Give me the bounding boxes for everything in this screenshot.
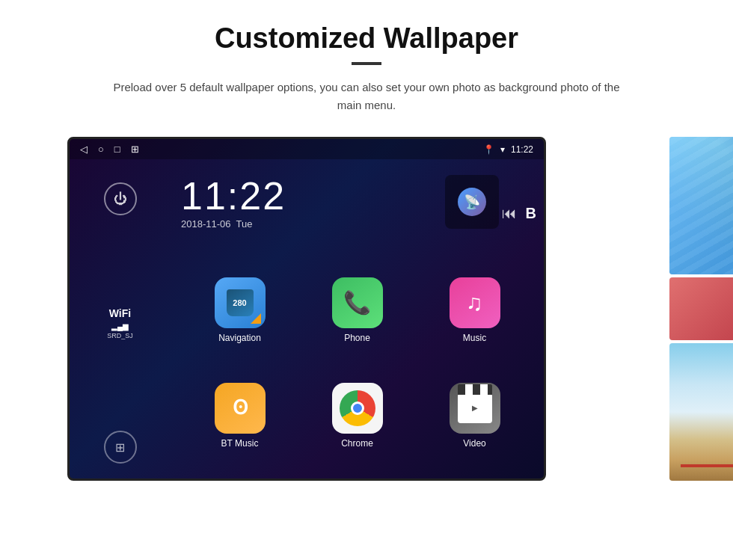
music-app-icon: ♫ [450,277,500,328]
app-item-video[interactable]: ▶ Video [416,363,533,468]
chrome-center [351,401,364,415]
clapperboard-icon: ▶ [458,393,492,423]
main-content: 11:22 2018-11-06 Tue 📡 ⏮ B [171,167,544,479]
android-screen: ◁ ○ □ ⊞ 📍 ▾ 11:22 ⏻ WiFi ▂▄▆ SRD_SJ ⊞ [67,137,546,481]
phone-app-icon: 📞 [332,277,383,328]
power-button[interactable]: ⏻ [104,182,137,215]
status-bar: ◁ ○ □ ⊞ 📍 ▾ 11:22 [70,139,544,159]
cast-icon-box: 📡 [445,175,499,229]
bluetooth-icon: ʘ [233,396,248,419]
bridge-detail [669,399,733,481]
all-apps-button[interactable]: ⊞ [104,431,137,464]
apps-grid: 280 Navigation 📞 Phone ♫ [171,250,544,479]
clapper-play-icon: ▶ [472,404,478,412]
app-item-chrome[interactable]: Chrome [298,363,416,468]
app-label-navigation: Navigation [218,333,261,343]
clapper-stripe-2 [480,384,488,395]
chrome-app-icon [332,383,383,434]
music-note-icon: ♫ [466,290,483,316]
app-label-video: Video [463,438,485,449]
nav-icons: ◁ ○ □ ⊞ [80,144,139,155]
wifi-signal-icon: ▾ [500,144,505,155]
wallpaper-preview-cassette[interactable] [669,277,733,340]
page-subtitle: Preload over 5 default wallpaper options… [105,79,628,114]
app-item-navigation[interactable]: 280 Navigation [181,257,298,363]
wifi-label: WiFi [107,307,133,319]
app-label-chrome: Chrome [341,438,373,449]
chrome-logo [340,390,375,426]
cast-widget: 📡 [445,175,499,229]
app-item-bt-music[interactable]: ʘ BT Music [181,363,298,468]
app-label-bt-music: BT Music [221,438,259,449]
status-time: 11:22 [511,144,533,155]
location-icon: 📍 [483,144,494,155]
wifi-name: SRD_SJ [107,332,133,339]
app-item-music[interactable]: ♫ Music [416,257,533,363]
screenshot-icon[interactable]: ⊞ [131,144,139,155]
clapper-stripe-1 [465,384,473,395]
back-icon[interactable]: ◁ [80,144,88,155]
recents-icon[interactable]: □ [114,144,120,155]
app-label-phone: Phone [344,333,370,343]
wallpaper-preview-glacier[interactable] [669,137,733,274]
wallpaper-previews: CarSetting [669,137,733,481]
media-controls: ⏮ B [502,205,536,222]
prev-track-button[interactable]: ⏮ [502,205,517,222]
glacier-texture [669,137,733,274]
page-title: Customized Wallpaper [215,22,518,55]
video-app-icon: ▶ [450,383,500,434]
nav-shield: 280 [227,289,254,316]
bt-music-app-icon: ʘ [215,383,266,434]
home-icon[interactable]: ○ [98,144,104,155]
bluetooth-text-label: B [526,205,536,222]
title-divider [352,62,381,65]
side-panel: ⏻ WiFi ▂▄▆ SRD_SJ ⊞ [70,167,171,479]
status-right: 📍 ▾ 11:22 [483,144,533,155]
app-item-phone[interactable]: 📞 Phone [298,257,416,363]
bridge-deck [681,464,733,467]
clapper-top [458,384,492,395]
wifi-info: WiFi ▂▄▆ SRD_SJ [107,307,133,339]
power-icon: ⏻ [114,191,127,207]
wifi-bars: ▂▄▆ [107,322,133,330]
wallpaper-preview-bridge[interactable]: CarSetting [669,343,733,481]
nav-arrow-icon [251,313,261,324]
cast-icon: 📡 [458,188,486,216]
device-wrapper: ◁ ○ □ ⊞ 📍 ▾ 11:22 ⏻ WiFi ▂▄▆ SRD_SJ ⊞ [67,137,666,481]
apps-grid-icon: ⊞ [115,440,125,455]
app-label-music: Music [463,333,486,343]
